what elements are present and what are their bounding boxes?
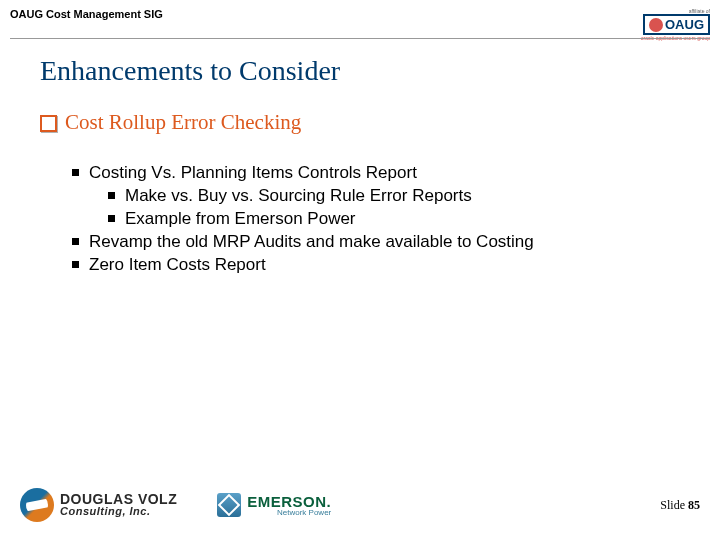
list-item: Revamp the old MRP Audits and make avail… <box>72 231 680 254</box>
bullet-text: Make vs. Buy vs. Sourcing Rule Error Rep… <box>125 185 472 208</box>
oaug-logo: OAUG <box>643 14 710 35</box>
dv-line1: DOUGLAS VOLZ <box>60 493 177 506</box>
section-heading: Cost Rollup Error Checking <box>40 110 680 135</box>
list-item: Example from Emerson Power <box>108 208 680 231</box>
section-heading-text: Cost Rollup Error Checking <box>65 110 301 135</box>
square-bullet-icon <box>72 261 79 268</box>
box-bullet-icon <box>40 115 57 132</box>
bullet-text: Example from Emerson Power <box>125 208 356 231</box>
slide-title: Enhancements to Consider <box>40 55 340 87</box>
emerson-line2: Network Power <box>247 509 331 517</box>
oaug-logo-text: OAUG <box>665 17 704 32</box>
header-title: OAUG Cost Management SIG <box>10 8 163 20</box>
dv-logo-text: DOUGLAS VOLZ Consulting, Inc. <box>60 493 177 517</box>
square-bullet-icon <box>72 169 79 176</box>
emerson-text: EMERSON. Network Power <box>247 494 331 517</box>
gear-icon <box>649 18 663 32</box>
list-item: Costing Vs. Planning Items Controls Repo… <box>72 162 680 185</box>
slide-number: Slide 85 <box>660 498 700 513</box>
bullet-list: Costing Vs. Planning Items Controls Repo… <box>72 162 680 277</box>
emerson-line1: EMERSON. <box>247 494 331 509</box>
list-item: Make vs. Buy vs. Sourcing Rule Error Rep… <box>108 185 680 208</box>
bullet-text: Costing Vs. Planning Items Controls Repo… <box>89 162 417 185</box>
slide-footer: DOUGLAS VOLZ Consulting, Inc. EMERSON. N… <box>20 488 700 522</box>
bullet-text: Zero Item Costs Report <box>89 254 266 277</box>
bullet-text: Revamp the old MRP Audits and make avail… <box>89 231 534 254</box>
swirl-icon <box>20 488 54 522</box>
slide-label: Slide <box>660 498 688 512</box>
oaug-logo-box: OAUG <box>643 14 710 35</box>
list-item: Zero Item Costs Report <box>72 254 680 277</box>
header-divider <box>10 38 710 39</box>
emerson-icon <box>217 493 241 517</box>
square-bullet-icon <box>108 215 115 222</box>
oaug-logo-block: affiliate of OAUG oracle applications us… <box>641 8 710 41</box>
slide-number-value: 85 <box>688 498 700 512</box>
square-bullet-icon <box>108 192 115 199</box>
emerson-logo: EMERSON. Network Power <box>217 493 331 517</box>
square-bullet-icon <box>72 238 79 245</box>
douglas-volz-logo: DOUGLAS VOLZ Consulting, Inc. <box>20 488 177 522</box>
slide-header: OAUG Cost Management SIG affiliate of OA… <box>10 8 710 41</box>
dv-line2: Consulting, Inc. <box>60 506 177 516</box>
